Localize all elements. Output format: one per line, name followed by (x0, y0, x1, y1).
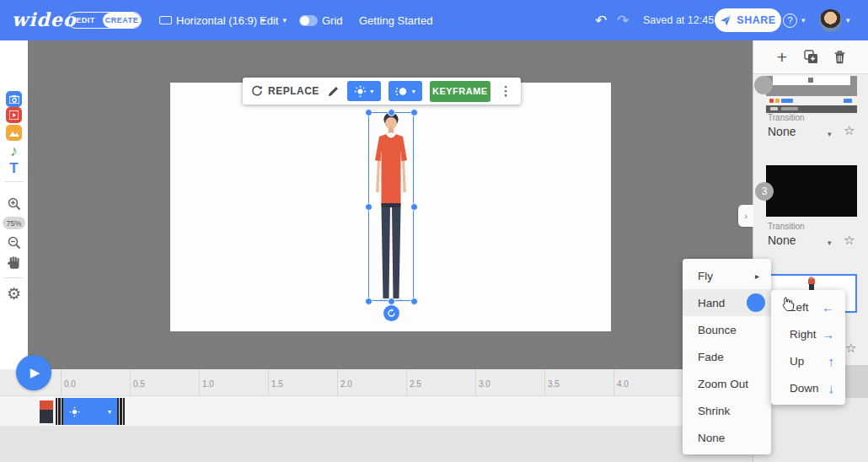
undo-button[interactable]: ↶ (595, 0, 607, 40)
pan-tool[interactable] (0, 255, 28, 270)
grid-toggle[interactable] (299, 15, 318, 26)
menu-item-zoom-out[interactable]: Zoom Out (683, 370, 771, 397)
edit-create-toggle[interactable]: EDIT CREATE (67, 12, 142, 29)
play-button[interactable]: ▶ (16, 355, 51, 390)
send-icon (720, 15, 731, 26)
resize-handle-nw[interactable] (365, 109, 372, 116)
text-icon: T (9, 160, 18, 176)
redo-button[interactable]: ↷ (617, 0, 629, 40)
settings-tool[interactable]: ⚙ (0, 284, 28, 304)
aspect-rect-icon (159, 16, 172, 24)
music-note-icon: ♪ (10, 142, 18, 159)
resize-handle-e[interactable] (410, 203, 418, 211)
panel-collapse-button[interactable]: › (738, 205, 753, 227)
chevron-down-icon: ▾ (370, 88, 373, 95)
edit-menu[interactable]: Edit ▾ (260, 0, 287, 40)
clip-thumbnail[interactable] (40, 397, 53, 426)
animation-in-dropdown[interactable]: ▾ (347, 81, 381, 101)
animation-in-icon (354, 85, 367, 98)
timeline: 0.0 0.5 1.0 1.5 2.0 2.5 3.0 3.5 4.0 ▶ ▾ (0, 369, 753, 462)
duplicate-slide-button[interactable] (804, 50, 818, 64)
avatar[interactable] (819, 9, 842, 32)
selected-animation-dot (747, 293, 765, 312)
resize-handle-sw[interactable] (365, 298, 372, 305)
top-navbar: wideo EDIT CREATE Horizontal (16:9) ▾ Ed… (0, 0, 868, 40)
zoom-in-icon (8, 197, 21, 211)
timeline-track: ▾ (0, 396, 753, 426)
selection-box[interactable] (368, 112, 414, 301)
menu-item-fade[interactable]: Fade (683, 343, 771, 370)
edit-tab[interactable]: EDIT (68, 13, 103, 28)
keyframe-button[interactable]: KEYFRAME (430, 81, 490, 102)
resize-handle-n[interactable] (388, 109, 395, 116)
slide-thumbnail-2[interactable] (766, 76, 857, 113)
zoom-level-badge[interactable]: 75% (3, 217, 25, 229)
rotate-handle[interactable] (383, 305, 399, 321)
getting-started-link[interactable]: Getting Started (359, 0, 432, 40)
slide-number-badge: 3 (755, 182, 774, 201)
transition-select[interactable]: None (768, 125, 796, 138)
aspect-ratio-dropdown[interactable]: Horizontal (16:9) ▾ (159, 0, 265, 40)
chevron-down-icon: ▾ (801, 16, 806, 24)
delete-slide-button[interactable] (834, 51, 845, 64)
chevron-down-icon[interactable]: ▾ (108, 408, 111, 416)
arrow-up-icon: ↑ (828, 354, 835, 368)
wideo-logo[interactable]: wideo (12, 8, 76, 30)
add-slide-button[interactable]: + (777, 47, 787, 67)
clip-trim-handle-left[interactable] (56, 398, 63, 425)
create-tab[interactable]: CREATE (103, 13, 141, 28)
arrow-left-icon: ← (822, 300, 834, 314)
text-tool[interactable]: T (0, 160, 28, 177)
resize-handle-se[interactable] (410, 298, 418, 305)
chevron-down-icon[interactable]: ▾ (828, 130, 832, 138)
menu-item-fly[interactable]: Fly▸ (683, 262, 771, 289)
chevron-down-icon[interactable]: ▾ (828, 239, 832, 247)
animation-out-dropdown[interactable]: ▾ (388, 81, 422, 101)
favorite-transition-star-icon[interactable]: ☆ (845, 341, 856, 356)
slide-thumbnail-3[interactable] (766, 165, 857, 217)
videos-tool[interactable] (0, 107, 28, 123)
images-tool[interactable] (0, 125, 28, 141)
sidebar-divider (4, 277, 24, 278)
submenu-item-right[interactable]: Right→ (771, 320, 845, 347)
kebab-menu-icon[interactable]: ⋮ (500, 83, 512, 99)
chevron-down-icon: ▾ (846, 16, 850, 24)
arrow-down-icon: ↓ (828, 381, 835, 395)
ruler-tick: 0.5 (133, 379, 145, 389)
menu-item-none[interactable]: None (683, 424, 771, 451)
sidebar-divider (4, 181, 24, 182)
resize-handle-w[interactable] (365, 203, 372, 211)
favorite-transition-star-icon[interactable]: ☆ (844, 123, 855, 138)
share-button[interactable]: SHARE (715, 8, 781, 32)
timeline-ruler[interactable]: 0.0 0.5 1.0 1.5 2.0 2.5 3.0 3.5 4.0 (0, 369, 753, 396)
object-toolbar: REPLACE ▾ ▾ KEYFRAME ⋮ (243, 78, 521, 105)
submenu-item-up[interactable]: Up↑ (771, 347, 845, 374)
clip-trim-handle-right[interactable] (117, 398, 125, 425)
music-tool[interactable]: ♪ (0, 142, 28, 160)
arrow-right-icon: → (822, 327, 834, 341)
ruler-tick: 1.5 (271, 379, 283, 389)
favorite-transition-star-icon[interactable]: ☆ (844, 233, 855, 248)
zoom-out-tool[interactable] (0, 236, 28, 250)
resize-handle-ne[interactable] (410, 109, 418, 116)
help-menu[interactable]: ? ▾ (783, 0, 806, 40)
grid-toggle-group[interactable]: Grid (299, 0, 343, 40)
hand-icon (7, 255, 21, 270)
edit-pencil-button[interactable] (327, 85, 340, 98)
menu-item-bounce[interactable]: Bounce (683, 316, 771, 343)
ruler-tick: 0.0 (64, 379, 76, 389)
chevron-down-icon: ▾ (282, 16, 287, 24)
menu-item-shrink[interactable]: Shrink (683, 397, 771, 424)
transition-select[interactable]: None (768, 234, 796, 247)
animation-clip-bar[interactable]: ▾ (56, 398, 125, 425)
ruler-tick: 3.0 (479, 379, 490, 389)
ruler-tick: 1.0 (202, 379, 214, 389)
zoom-in-tool[interactable] (0, 197, 28, 211)
editor-stage: REPLACE ▾ ▾ KEYFRAME ⋮ (28, 40, 753, 369)
slides-toolbar: + (753, 40, 868, 74)
account-menu[interactable]: ▾ (819, 0, 850, 40)
submenu-item-down[interactable]: Down↓ (771, 374, 845, 401)
replace-button[interactable]: REPLACE (251, 85, 319, 97)
resize-handle-s[interactable] (388, 298, 395, 305)
photos-tool[interactable] (0, 91, 28, 107)
